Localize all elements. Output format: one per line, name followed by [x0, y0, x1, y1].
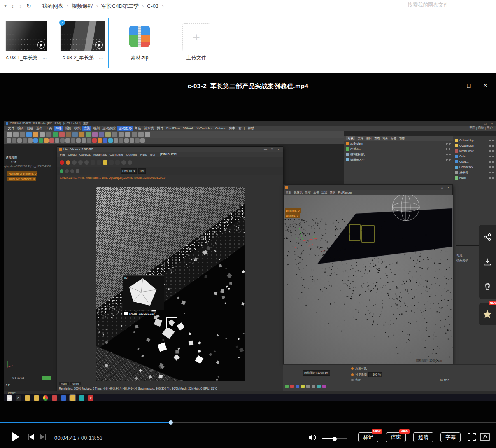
toolbar-icon[interactable] — [121, 160, 126, 165]
c4d-menu-item[interactable]: 工具 — [44, 126, 54, 131]
toolbar-icon[interactable] — [26, 132, 32, 137]
next-button[interactable] — [40, 434, 47, 440]
maximize-button[interactable]: □ — [463, 81, 475, 91]
attribute-value-field[interactable] — [363, 380, 377, 380]
lv-menu-item[interactable]: Gui — [150, 153, 155, 156]
toolbar-icon[interactable] — [306, 385, 310, 388]
delete-icon[interactable] — [484, 282, 491, 291]
attribute-value-field[interactable]: 100 % — [368, 372, 382, 377]
lv-minimize-icon[interactable]: — — [263, 147, 268, 151]
toolbar-icon[interactable] — [20, 132, 25, 137]
viewport-menu-item[interactable]: 过滤 — [321, 190, 327, 194]
object-tree-item[interactable]: 摄像机 — [453, 170, 496, 175]
enabled-dot-icon[interactable] — [351, 367, 354, 370]
c4d-menu-item[interactable]: 运动图形 — [117, 126, 133, 131]
object-menu-item[interactable]: 文件 — [358, 136, 363, 140]
toolbar-icon[interactable] — [290, 385, 294, 388]
toolbar-icon[interactable] — [130, 138, 134, 143]
object-state-dots[interactable] — [489, 177, 494, 179]
toolbar-icon[interactable] — [108, 138, 113, 143]
viewport-menu-item[interactable]: 显示 — [305, 190, 311, 194]
c4d-menu-item[interactable]: 帮助 — [247, 126, 256, 131]
toolbar-icon[interactable] — [34, 395, 39, 401]
lv-maximize-icon[interactable]: □ — [270, 147, 275, 151]
toolbar-icon[interactable] — [76, 138, 81, 143]
toolbar-icon[interactable] — [97, 160, 101, 165]
toolbar-icon[interactable] — [92, 132, 98, 137]
object-tree-item[interactable]: 发射器.. — [344, 146, 453, 152]
object-tree-item[interactable]: OctaneLigh — [453, 143, 496, 148]
vp-close-icon[interactable]: × — [446, 186, 451, 189]
volume-icon[interactable] — [309, 434, 317, 441]
object-tree-item[interactable]: Plain — [453, 175, 496, 180]
lv-menu-item[interactable]: Materials — [93, 153, 107, 156]
viewport-menu-item[interactable]: ProRender — [338, 191, 352, 194]
toolbar-icon[interactable] — [109, 160, 114, 165]
object-menu-item[interactable]: 编辑 — [366, 136, 372, 140]
object-menu-item[interactable]: 查看 — [374, 136, 380, 140]
toolbar-icon[interactable] — [82, 138, 86, 143]
c4d-menu-item[interactable]: 捕捉 — [63, 126, 72, 131]
object-state-dots[interactable] — [489, 161, 494, 163]
toolbar-icon[interactable] — [72, 160, 77, 165]
lv-menu-item[interactable]: Options — [126, 153, 137, 156]
volume-thumb[interactable] — [333, 437, 337, 441]
toolbar-icon[interactable] — [79, 395, 84, 401]
attribute-row[interactable]: 可见渐增 100 % — [351, 372, 382, 377]
c4d-menu-item[interactable]: 窗口 — [237, 126, 246, 131]
viewport-menu-item[interactable]: 摄像机 — [294, 190, 303, 194]
toolbar-icon[interactable] — [86, 132, 91, 137]
toolbar-icon[interactable] — [55, 138, 59, 143]
toolbar-icon[interactable] — [114, 138, 118, 143]
c4d-menu-item[interactable]: 网格 — [54, 126, 63, 131]
object-tree-item[interactable]: Cube.1 — [453, 159, 496, 164]
dropdown-caret-icon[interactable]: ▾ — [2, 3, 8, 9]
breadcrumb-item[interactable]: C-03 — [147, 3, 158, 9]
toolbar-icon[interactable] — [52, 395, 57, 401]
attribute-row[interactable]: 反射可见 — [351, 366, 367, 371]
toolbar-icon[interactable] — [84, 160, 89, 165]
toolbar-icon[interactable] — [296, 385, 299, 388]
toolbar-icon[interactable] — [135, 138, 140, 143]
c4d-menu-item[interactable]: 角色 — [133, 126, 142, 131]
tab-noise[interactable]: Noise — [70, 382, 81, 385]
c4d-menu-item[interactable]: 编辑 — [16, 126, 25, 131]
mark-button[interactable]: 标记 — [358, 432, 378, 442]
fullscreen-icon[interactable] — [468, 433, 476, 441]
object-tree-item[interactable]: MeshBoole — [453, 148, 496, 154]
tab-objects[interactable]: 对象 — [346, 136, 355, 140]
toolbar-icon[interactable] — [140, 138, 145, 143]
toolbar-icon[interactable] — [53, 132, 58, 137]
c4d-menu-item[interactable]: 3DtoAll — [182, 126, 195, 131]
c4d-menu-item[interactable]: 文件 — [7, 126, 16, 131]
back-icon[interactable]: ‹ — [8, 2, 16, 9]
toolbar-icon[interactable] — [119, 138, 123, 143]
toolbar-icon[interactable] — [13, 132, 19, 137]
lv-menu-item[interactable]: Compare — [109, 153, 123, 156]
c4d-menu-item[interactable]: 插件 — [156, 126, 165, 131]
toolbar-icon[interactable] — [76, 169, 79, 173]
timeline-track[interactable] — [5, 382, 56, 382]
toolbar-icon[interactable] — [60, 169, 63, 173]
minimize-button[interactable]: — — [447, 81, 458, 91]
attribute-row[interactable]: 焦距 — [351, 378, 377, 382]
selected-check-icon[interactable]: ✓ — [59, 20, 65, 26]
toolbar-icon[interactable] — [49, 138, 54, 143]
toolbar-icon[interactable] — [61, 395, 66, 401]
toolbar-icon[interactable] — [33, 138, 38, 143]
toolbar-icon[interactable] — [312, 385, 315, 388]
breadcrumb-item[interactable]: 军长C4D第二季 — [101, 2, 139, 10]
toolbar-icon[interactable] — [79, 132, 84, 137]
c4d-menu-item[interactable]: 选择 — [35, 126, 44, 131]
toolbar-icon[interactable] — [7, 138, 11, 143]
toolbar-icon[interactable] — [59, 132, 65, 137]
search-input[interactable] — [408, 2, 469, 8]
toolbar-icon[interactable] — [119, 132, 124, 137]
previous-button[interactable] — [27, 434, 34, 440]
c4d-menu-item[interactable]: 渲染 — [82, 126, 91, 131]
toolbar-icon[interactable] — [65, 169, 69, 173]
toolbar-icon[interactable] — [66, 160, 70, 165]
object-tree-item[interactable]: OctaneLigh — [453, 138, 496, 143]
toolbar-icon[interactable] — [317, 385, 321, 388]
c4d-menu-item[interactable]: 模拟 — [73, 126, 82, 131]
